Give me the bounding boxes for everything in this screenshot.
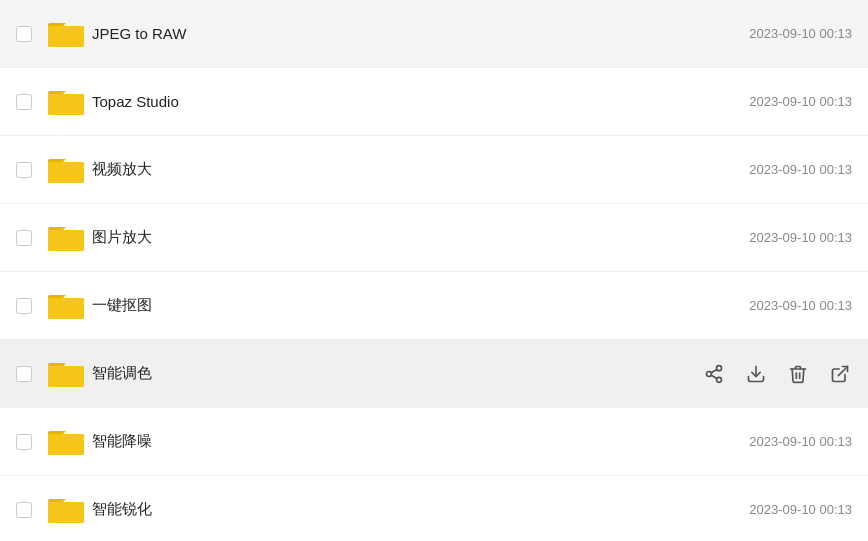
action-icons [702,362,852,386]
file-name: Topaz Studio [88,93,712,110]
file-date: 2023-09-10 00:13 [712,162,852,177]
row-checkbox[interactable] [16,502,32,518]
info-icon[interactable] [828,362,852,386]
folder-icon [44,19,88,49]
svg-rect-5 [48,162,84,183]
file-row[interactable]: 视频放大2023-09-10 00:13 [0,136,868,204]
svg-line-16 [711,369,717,372]
file-row[interactable]: 智能降噪2023-09-10 00:13 [0,408,868,476]
file-row[interactable]: 智能锐化2023-09-10 00:13 [0,476,868,541]
delete-icon[interactable] [786,362,810,386]
row-checkbox[interactable] [16,298,32,314]
row-checkbox[interactable] [16,94,32,110]
folder-icon [44,291,88,321]
svg-rect-20 [48,434,84,455]
download-icon[interactable] [744,362,768,386]
svg-line-18 [838,366,847,375]
file-date: 2023-09-10 00:13 [712,230,852,245]
folder-icon [44,495,88,525]
svg-rect-9 [48,298,84,319]
svg-rect-11 [48,366,84,387]
file-name: 智能调色 [88,364,702,383]
file-name: JPEG to RAW [88,25,712,42]
row-checkbox[interactable] [16,366,32,382]
file-row[interactable]: 图片放大2023-09-10 00:13 [0,204,868,272]
svg-rect-7 [48,230,84,251]
file-name: 智能锐化 [88,500,712,519]
svg-line-15 [711,375,717,378]
folder-icon [44,87,88,117]
svg-rect-1 [48,26,84,47]
svg-rect-3 [48,94,84,115]
file-row[interactable]: JPEG to RAW2023-09-10 00:13 [0,0,868,68]
folder-icon [44,155,88,185]
file-date: 2023-09-10 00:13 [712,502,852,517]
file-name: 一键抠图 [88,296,712,315]
file-list: JPEG to RAW2023-09-10 00:13 Topaz Studio… [0,0,868,541]
file-name: 智能降噪 [88,432,712,451]
row-checkbox[interactable] [16,162,32,178]
folder-icon [44,359,88,389]
file-row[interactable]: Topaz Studio2023-09-10 00:13 [0,68,868,136]
file-date: 2023-09-10 00:13 [712,94,852,109]
file-row[interactable]: 一键抠图2023-09-10 00:13 [0,272,868,340]
file-row[interactable]: 智能调色 [0,340,868,408]
file-name: 视频放大 [88,160,712,179]
folder-icon [44,427,88,457]
file-name: 图片放大 [88,228,712,247]
file-date: 2023-09-10 00:13 [712,298,852,313]
file-date: 2023-09-10 00:13 [712,26,852,41]
folder-icon [44,223,88,253]
row-checkbox[interactable] [16,230,32,246]
row-checkbox[interactable] [16,434,32,450]
row-checkbox[interactable] [16,26,32,42]
file-date: 2023-09-10 00:13 [712,434,852,449]
share-icon[interactable] [702,362,726,386]
svg-rect-22 [48,502,84,523]
